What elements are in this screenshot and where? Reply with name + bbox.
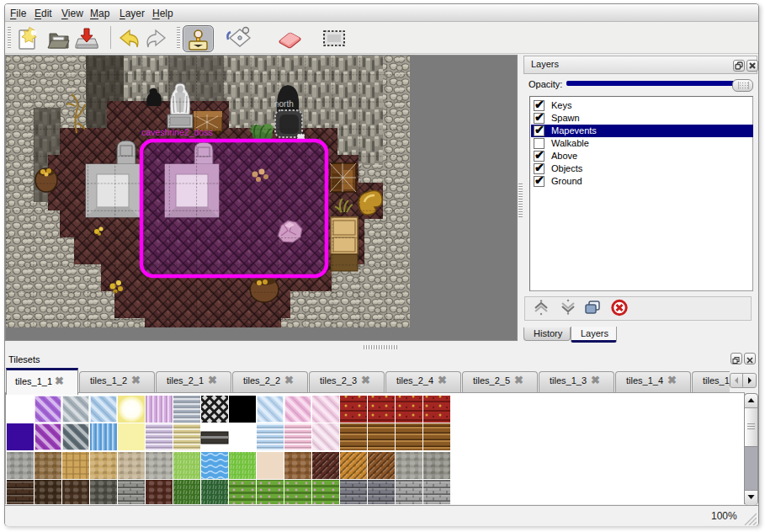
svg-text:caveshrine2_doss: caveshrine2_doss [141, 127, 213, 137]
